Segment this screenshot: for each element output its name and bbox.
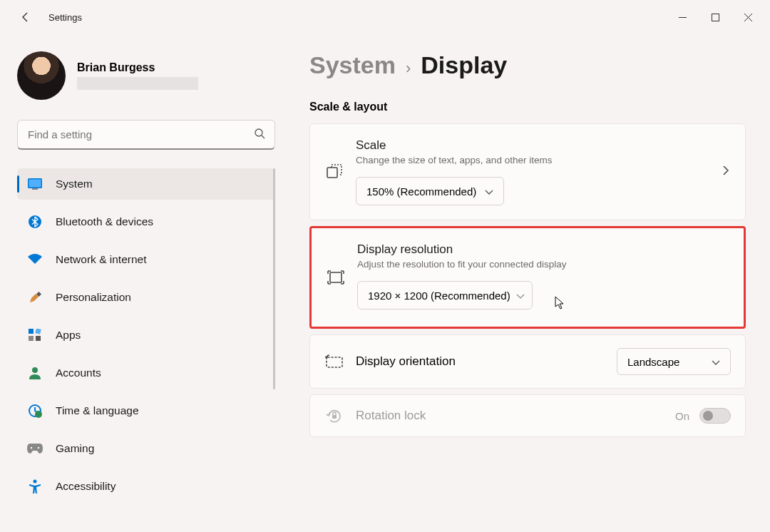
scale-icon (324, 162, 344, 182)
rotation-lock-title: Rotation lock (356, 409, 675, 423)
svg-rect-14 (36, 336, 41, 341)
rotation-lock-toggle-group: On (675, 408, 731, 424)
nav-label: Accounts (56, 367, 101, 379)
svg-point-4 (255, 129, 262, 136)
nav-item-accessibility[interactable]: Accessibility (17, 471, 275, 502)
scale-value: 150% (Recommended) (366, 185, 476, 198)
nav-label: Network & internet (56, 253, 147, 266)
sidebar: Brian Burgess System (0, 34, 292, 532)
scale-card[interactable]: Scale Change the size of text, apps, and… (309, 123, 746, 220)
section-header: Scale & layout (309, 101, 746, 113)
svg-rect-21 (327, 168, 337, 178)
rotation-lock-card: Rotation lock On (309, 394, 746, 437)
titlebar: Settings (0, 0, 770, 34)
nav-label: Apps (56, 329, 81, 342)
nav-label: System (56, 178, 93, 190)
svg-rect-12 (35, 329, 41, 334)
svg-point-19 (38, 447, 39, 449)
nav-label: Gaming (56, 442, 94, 455)
profile-block[interactable]: Brian Burgess (17, 47, 275, 104)
wifi-icon (27, 252, 43, 267)
svg-point-18 (31, 447, 32, 449)
sidebar-scrollbar[interactable] (273, 168, 275, 389)
minimize-button[interactable] (666, 6, 699, 29)
profile-name: Brian Burgess (77, 61, 198, 74)
nav-item-personalization[interactable]: Personalization (17, 282, 275, 313)
window-controls (666, 6, 764, 29)
resolution-icon (326, 267, 346, 287)
gamepad-icon (27, 441, 43, 456)
svg-line-5 (262, 135, 265, 138)
main-content: System › Display Scale & layout Scale Ch… (292, 34, 770, 532)
nav-item-system[interactable]: System (17, 168, 275, 200)
resolution-title: Display resolution (357, 242, 729, 257)
search-input[interactable] (17, 120, 275, 150)
nav-list: System Bluetooth & devices Network & int… (17, 168, 275, 532)
apps-icon (27, 327, 43, 343)
svg-rect-7 (29, 180, 41, 188)
scale-subtitle: Change the size of text, apps, and other… (356, 155, 731, 165)
resolution-dropdown[interactable]: 1920 × 1200 (Recommended) (357, 281, 533, 310)
nav-label: Bluetooth & devices (56, 215, 153, 228)
nav-item-apps[interactable]: Apps (17, 319, 275, 351)
profile-email-redacted (77, 77, 198, 90)
breadcrumb-current: Display (421, 51, 507, 79)
app-title: Settings (48, 12, 82, 23)
svg-rect-24 (332, 415, 337, 419)
orientation-dropdown[interactable]: Landscape (617, 348, 731, 375)
back-arrow-icon (20, 11, 31, 23)
maximize-button[interactable] (699, 6, 732, 29)
resolution-card[interactable]: Display resolution Adjust the resolution… (309, 226, 746, 329)
svg-rect-11 (29, 329, 34, 334)
svg-point-17 (35, 411, 42, 418)
svg-rect-13 (29, 336, 34, 341)
back-button[interactable] (11, 3, 40, 31)
paintbrush-icon (27, 290, 43, 305)
breadcrumb-parent[interactable]: System (309, 51, 396, 79)
system-icon (27, 176, 43, 192)
chevron-right-icon: › (406, 59, 411, 78)
scale-dropdown[interactable]: 150% (Recommended) (356, 177, 504, 205)
chevron-down-icon (712, 356, 720, 368)
nav-item-gaming[interactable]: Gaming (17, 433, 275, 464)
clock-globe-icon (27, 403, 43, 419)
nav-label: Accessibility (56, 480, 115, 493)
rotation-lock-toggle (699, 408, 731, 424)
search-box[interactable] (17, 120, 275, 150)
orientation-card[interactable]: Display orientation Landscape (309, 334, 746, 389)
svg-rect-23 (327, 357, 342, 367)
toggle-state-label: On (675, 410, 689, 422)
chevron-down-icon (516, 290, 525, 302)
nav-item-time-language[interactable]: Time & language (17, 395, 275, 426)
nav-item-accounts[interactable]: Accounts (17, 357, 275, 389)
orientation-value: Landscape (627, 356, 679, 368)
svg-point-15 (32, 367, 38, 373)
orientation-icon (324, 352, 344, 372)
orientation-title: Display orientation (356, 354, 617, 369)
search-icon (254, 128, 265, 142)
avatar (17, 51, 66, 100)
nav-item-bluetooth[interactable]: Bluetooth & devices (17, 206, 275, 237)
maximize-icon (712, 14, 719, 21)
bluetooth-icon (27, 214, 43, 230)
svg-rect-8 (32, 188, 38, 190)
settings-window: Settings Brian Burgess (0, 0, 770, 532)
chevron-down-icon (485, 185, 493, 198)
svg-rect-1 (712, 14, 719, 21)
cursor-icon (555, 296, 566, 312)
accessibility-icon (27, 479, 43, 494)
close-icon (744, 14, 752, 21)
resolution-subtitle: Adjust the resolution to fit your connec… (357, 259, 729, 270)
rotation-lock-icon (324, 406, 344, 426)
breadcrumb: System › Display (309, 51, 746, 79)
close-button[interactable] (732, 6, 764, 29)
nav-item-network[interactable]: Network & internet (17, 244, 275, 275)
svg-rect-22 (330, 272, 342, 282)
svg-point-20 (34, 480, 37, 484)
resolution-value: 1920 × 1200 (Recommended) (368, 290, 510, 302)
minimize-icon (679, 14, 687, 21)
nav-label: Personalization (56, 291, 131, 304)
person-icon (27, 365, 43, 381)
nav-label: Time & language (56, 404, 139, 417)
expand-chevron-icon[interactable] (722, 165, 729, 179)
